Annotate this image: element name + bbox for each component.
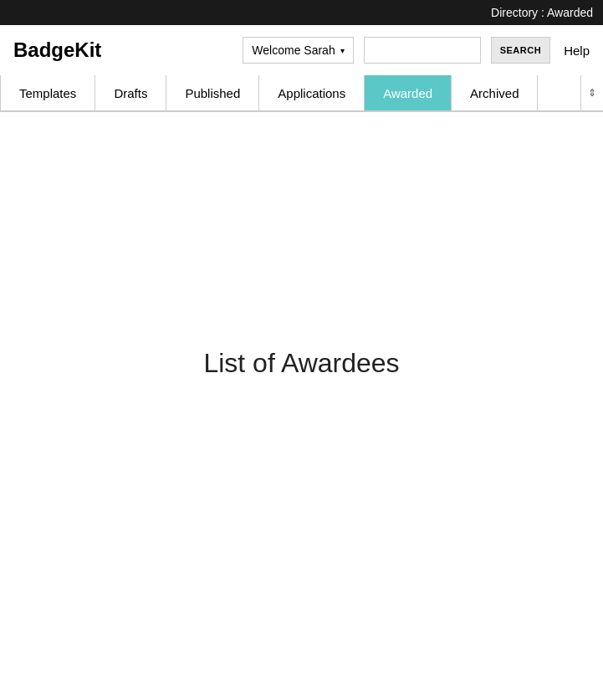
tab-templates[interactable]: Templates bbox=[0, 75, 95, 110]
welcome-label: Welcome Sarah bbox=[252, 43, 335, 57]
logo[interactable]: BadgeKit bbox=[13, 38, 101, 62]
main-content: List of Awardees bbox=[0, 112, 603, 614]
tab-awarded[interactable]: Awarded bbox=[365, 75, 452, 110]
header: BadgeKit Welcome Sarah ▾ SEARCH Help bbox=[0, 25, 603, 75]
tab-applications[interactable]: Applications bbox=[259, 75, 365, 110]
search-input[interactable] bbox=[364, 37, 481, 64]
breadcrumb: Directory : Awarded bbox=[491, 6, 593, 19]
top-bar: Directory : Awarded bbox=[0, 0, 603, 25]
help-link[interactable]: Help bbox=[564, 43, 590, 58]
tab-archived[interactable]: Archived bbox=[452, 75, 538, 110]
scroll-icon: ⇕ bbox=[588, 87, 596, 99]
dropdown-arrow-icon: ▾ bbox=[340, 46, 345, 55]
welcome-dropdown[interactable]: Welcome Sarah ▾ bbox=[243, 37, 353, 64]
page-title: List of Awardees bbox=[203, 348, 399, 379]
nav-scroll-button[interactable]: ⇕ bbox=[580, 75, 603, 110]
search-button[interactable]: SEARCH bbox=[491, 37, 550, 64]
nav-tabs: Templates Drafts Published Applications … bbox=[0, 75, 603, 112]
tab-drafts[interactable]: Drafts bbox=[95, 75, 166, 110]
tab-published[interactable]: Published bbox=[166, 75, 259, 110]
